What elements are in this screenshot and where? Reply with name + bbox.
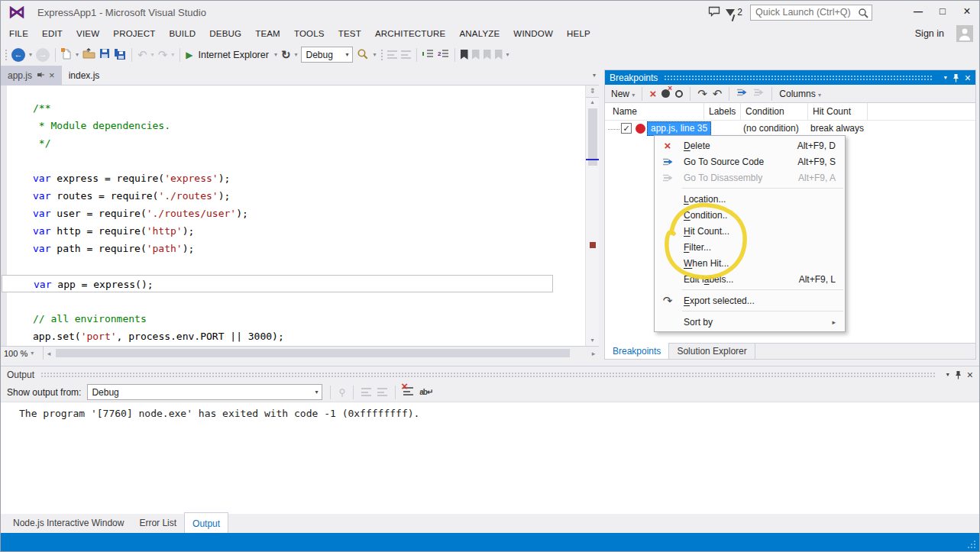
menu-item-export-selected[interactable]: ↷Export selected... bbox=[655, 292, 845, 308]
breakpoint-checkbox[interactable]: ✓ bbox=[621, 123, 632, 134]
find-icon[interactable] bbox=[357, 48, 369, 62]
restart-dropdown-caret[interactable]: ▾ bbox=[294, 51, 297, 58]
menu-analyze[interactable]: ANALYZE bbox=[452, 25, 506, 42]
menu-item-sort-by[interactable]: Sort by▸ bbox=[655, 314, 845, 330]
start-debugging-icon[interactable]: ▶ bbox=[186, 50, 192, 60]
breakpoints-title-bar[interactable]: Breakpoints ▾ × bbox=[605, 70, 975, 85]
toolbar-grip-2[interactable] bbox=[380, 49, 383, 61]
navigate-back-button[interactable]: ← bbox=[11, 48, 25, 62]
vertical-scroll-thumb[interactable] bbox=[588, 108, 597, 166]
menu-item-delete[interactable]: ×DeleteAlt+F9, D bbox=[655, 137, 845, 153]
pin-icon[interactable] bbox=[37, 70, 44, 81]
open-file-icon[interactable] bbox=[82, 48, 95, 61]
column-header-hit-count[interactable]: Hit Count bbox=[808, 103, 868, 120]
close-button[interactable]: × bbox=[955, 1, 979, 24]
menu-tools[interactable]: TOOLS bbox=[287, 25, 332, 42]
delete-breakpoint-icon[interactable]: × bbox=[649, 89, 656, 98]
editor-vertical-scrollbar[interactable]: ⇕ ▴ ▾ bbox=[585, 86, 599, 346]
increase-indent-icon[interactable]: 2 bbox=[438, 49, 449, 61]
feedback-icon[interactable] bbox=[703, 6, 726, 19]
column-header-condition[interactable]: Condition bbox=[741, 103, 808, 120]
bookmark-icon[interactable] bbox=[461, 50, 468, 60]
solution-configuration-select[interactable]: Debug ▾ bbox=[301, 47, 353, 63]
sign-in-link[interactable]: Sign in bbox=[915, 28, 944, 39]
menu-item-when-hit[interactable]: When Hit... bbox=[655, 255, 845, 271]
pin-icon[interactable] bbox=[955, 370, 962, 379]
close-icon[interactable]: × bbox=[49, 71, 55, 80]
menu-edit[interactable]: EDIT bbox=[35, 25, 70, 42]
column-header-name[interactable]: Name bbox=[605, 103, 704, 120]
output-title-bar[interactable]: Output ▾ × bbox=[1, 366, 979, 383]
bottom-tab-node-js-interactive-window[interactable]: Node.js Interactive Window bbox=[5, 514, 131, 533]
clear-all-output-icon[interactable]: × bbox=[403, 387, 413, 398]
scroll-left-arrow[interactable]: ◂ bbox=[44, 350, 54, 357]
horizontal-scrollbar[interactable] bbox=[54, 347, 588, 360]
breakpoint-name[interactable]: app.js, line 35 bbox=[647, 121, 711, 136]
import-breakpoints-icon[interactable]: ↶ bbox=[713, 89, 723, 98]
tab-overflow-caret[interactable]: ▾ bbox=[593, 72, 596, 79]
bottom-tab-output[interactable]: Output bbox=[184, 512, 228, 533]
go-to-source-icon[interactable] bbox=[736, 88, 748, 99]
panel-close-icon[interactable]: × bbox=[965, 73, 971, 82]
delete-all-breakpoints-icon[interactable] bbox=[661, 89, 670, 98]
menu-build[interactable]: BUILD bbox=[162, 25, 202, 42]
panel-close-icon[interactable]: × bbox=[967, 370, 973, 379]
columns-button[interactable]: Columns ▾ bbox=[779, 89, 821, 99]
back-dropdown-caret[interactable]: ▾ bbox=[29, 51, 32, 58]
new-file-dropdown-caret[interactable]: ▾ bbox=[76, 51, 79, 58]
menu-window[interactable]: WINDOW bbox=[506, 25, 560, 42]
bottom-tab-error-list[interactable]: Error List bbox=[131, 514, 184, 533]
scroll-down-arrow[interactable]: ▾ bbox=[586, 337, 599, 344]
menu-help[interactable]: HELP bbox=[560, 25, 597, 42]
export-breakpoints-icon[interactable]: ↷ bbox=[697, 89, 707, 98]
menu-test[interactable]: TEST bbox=[332, 25, 368, 42]
browser-target-label[interactable]: Internet Explorer bbox=[198, 50, 268, 60]
save-icon[interactable] bbox=[99, 48, 110, 61]
panel-tab-breakpoints[interactable]: Breakpoints bbox=[605, 343, 669, 359]
menu-view[interactable]: VIEW bbox=[70, 25, 106, 42]
decrease-indent-icon[interactable] bbox=[422, 49, 434, 61]
menu-item-location[interactable]: Location... bbox=[655, 191, 845, 207]
word-wrap-icon[interactable]: ab↵ bbox=[419, 388, 432, 396]
pin-icon[interactable] bbox=[953, 73, 959, 82]
minimize-button[interactable]: — bbox=[906, 1, 930, 24]
avatar[interactable] bbox=[956, 25, 973, 42]
quick-launch[interactable] bbox=[750, 5, 872, 21]
window-position-caret[interactable]: ▾ bbox=[946, 371, 949, 379]
maximize-button[interactable]: □ bbox=[930, 1, 955, 24]
scroll-right-arrow[interactable]: ▸ bbox=[588, 350, 599, 357]
menu-item-edit-labels[interactable]: Edit labels...Alt+F9, L bbox=[655, 271, 845, 287]
output-source-select[interactable]: Debug ▾ bbox=[87, 384, 322, 400]
restart-icon[interactable]: ↻ bbox=[281, 48, 291, 62]
menu-architecture[interactable]: ARCHITECTURE bbox=[368, 25, 453, 42]
resize-grip[interactable] bbox=[965, 540, 977, 550]
toolbar-overflow-caret[interactable]: ▾ bbox=[506, 51, 509, 58]
menu-file[interactable]: FILE bbox=[2, 25, 35, 42]
zoom-select[interactable]: 100 % ▾ bbox=[1, 347, 44, 360]
menu-item-go-to-source-code[interactable]: Go To Source CodeAlt+F9, S bbox=[655, 153, 845, 169]
menu-project[interactable]: PROJECT bbox=[106, 25, 162, 42]
disable-all-breakpoints-icon[interactable] bbox=[675, 90, 683, 98]
quick-launch-input[interactable] bbox=[750, 5, 872, 21]
browser-dropdown-caret[interactable]: ▾ bbox=[274, 51, 277, 58]
splitter-handle[interactable]: ⇕ bbox=[586, 86, 599, 98]
find-dropdown-caret[interactable]: ▾ bbox=[373, 51, 376, 58]
new-breakpoint-button[interactable]: New ▾ bbox=[611, 89, 635, 99]
code-editor[interactable]: /** * Module dependencies. */var express… bbox=[1, 85, 599, 346]
save-all-icon[interactable] bbox=[114, 48, 126, 62]
menu-item-filter[interactable]: Filter... bbox=[655, 239, 845, 255]
menu-item-hit-count[interactable]: Hit Count... bbox=[655, 223, 845, 239]
tab-app-js[interactable]: app.js× bbox=[1, 66, 62, 85]
window-position-caret[interactable]: ▾ bbox=[944, 74, 947, 82]
scroll-up-arrow[interactable]: ▴ bbox=[586, 98, 599, 105]
notifications-flag[interactable]: 2 bbox=[726, 7, 742, 18]
menu-team[interactable]: TEAM bbox=[248, 25, 287, 42]
panel-tab-solution-explorer[interactable]: Solution Explorer bbox=[669, 344, 755, 359]
horizontal-scroll-thumb[interactable] bbox=[56, 349, 570, 357]
menu-debug[interactable]: DEBUG bbox=[202, 25, 248, 42]
tab-index-js[interactable]: index.js bbox=[62, 66, 107, 85]
output-text[interactable]: The program '[7760] node.exe' has exited… bbox=[1, 402, 979, 514]
toolbar-grip[interactable] bbox=[5, 49, 8, 61]
column-header-labels[interactable]: Labels bbox=[704, 103, 741, 120]
menu-item-condition[interactable]: Condition.. bbox=[655, 207, 845, 223]
